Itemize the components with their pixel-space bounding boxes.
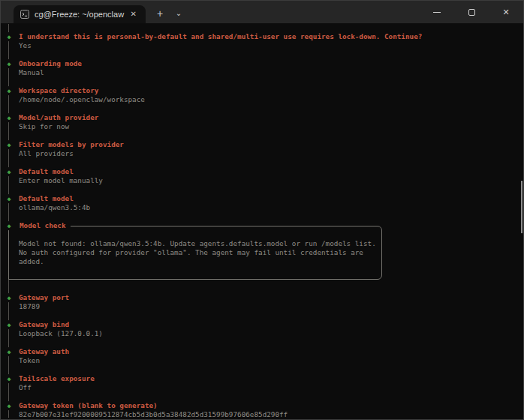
rail-spacer — [19, 77, 523, 86]
step-heading: ◆I understand this is personal-by-defaul… — [19, 32, 523, 41]
step-diamond-icon: ◆ — [5, 293, 14, 302]
rail-spacer — [19, 212, 523, 221]
step-heading: ◆Tailscale exposure — [19, 374, 523, 383]
minimize-icon — [433, 12, 441, 13]
model-check-note: ◆ Model check Model not found: ollama/qw… — [19, 221, 523, 284]
step-value: Off — [19, 383, 523, 392]
step-heading: ◆Default model — [19, 167, 523, 176]
step-label: Model/auth provider — [19, 113, 98, 122]
step-heading: ◆Workspace directory — [19, 86, 523, 95]
step-heading: ◆Filter models by provider — [19, 140, 523, 149]
note-label: Model check — [8, 221, 71, 230]
close-icon: ✕ — [502, 8, 509, 16]
wizard-step: ◆Gateway bind Loopback (127.0.0.1) — [19, 311, 523, 338]
rail-spacer — [19, 338, 523, 347]
rail-spacer — [19, 23, 523, 32]
step-heading: ◆Model/auth provider — [19, 113, 523, 122]
rail-spacer — [19, 284, 523, 293]
rail-spacer — [19, 311, 523, 320]
step-label: Gateway bind — [19, 320, 69, 328]
step-diamond-icon: ◆ — [5, 194, 14, 203]
step-heading: ◆Gateway auth — [19, 347, 523, 356]
close-button[interactable]: ✕ — [489, 1, 523, 23]
wizard-step: ◆Gateway port 18789 — [19, 284, 523, 311]
step-label: Workspace directory — [19, 86, 98, 94]
terminal-window: cg@Freeze: ~/openclaw ✕ + ⌄ ✕ ◆I underst… — [0, 0, 524, 420]
step-diamond-icon: ◆ — [5, 320, 14, 329]
rail-spacer — [19, 185, 523, 194]
step-diamond-icon: ◆ — [5, 86, 14, 95]
terminal-content[interactable]: ◆I understand this is personal-by-defaul… — [1, 23, 523, 420]
maximize-icon — [468, 9, 475, 16]
step-value: Loopback (127.0.0.1) — [19, 329, 523, 338]
step-label: I understand this is personal-by-default… — [19, 32, 422, 40]
step-diamond-icon: ◆ — [5, 59, 14, 68]
step-label: Gateway port — [19, 293, 69, 302]
new-tab-button[interactable]: + — [150, 1, 170, 23]
step-value: Token — [19, 356, 523, 365]
rail-spacer — [19, 104, 523, 113]
step-label: Default model — [19, 194, 74, 202]
tab-title: cg@Freeze: ~/openclaw — [35, 10, 128, 19]
step-diamond-icon: ◆ — [5, 374, 14, 383]
wizard-step: ◆Gateway token (blank to generate) 82e7b… — [19, 392, 523, 419]
wizard-step: ◆Model/auth provider Skip for now — [19, 104, 523, 131]
step-value: /home/node/.openclaw/workspace — [19, 95, 523, 104]
wizard-step: ◆Default model Enter model manually — [19, 158, 523, 185]
wizard-step: ◆Onboarding mode Manual — [19, 50, 523, 77]
rail-spacer — [19, 392, 523, 401]
step-label: Filter models by provider — [19, 140, 124, 148]
step-value: All providers — [19, 149, 523, 158]
terminal-tab[interactable]: cg@Freeze: ~/openclaw ✕ — [14, 5, 146, 23]
step-value: ollama/qwen3.5:4b — [19, 203, 523, 212]
step-diamond-icon: ◆ — [5, 140, 14, 149]
rail-spacer — [19, 365, 523, 374]
step-value: Manual — [19, 68, 523, 77]
wizard-step: ◆Tailscale exposure Off — [19, 365, 523, 392]
step-heading: ◆Gateway token (blank to generate) — [19, 401, 523, 410]
minimize-button[interactable] — [420, 1, 454, 23]
step-value: 82e7b007e31ef9200009512874cb5d3b0d5a3848… — [19, 410, 523, 419]
step-heading: ◆Onboarding mode — [19, 59, 523, 68]
wizard-step: ◆Gateway auth Token — [19, 338, 523, 365]
titlebar: cg@Freeze: ~/openclaw ✕ + ⌄ ✕ — [1, 1, 523, 23]
scrollbar-thumb[interactable] — [521, 181, 522, 233]
step-value: Yes — [19, 41, 523, 50]
note-border — [8, 226, 382, 280]
step-value: Skip for now — [19, 122, 523, 131]
wizard-step: ◆Workspace directory /home/node/.opencla… — [19, 77, 523, 104]
step-value: Enter model manually — [19, 176, 523, 185]
step-label: Gateway token (blank to generate) — [19, 401, 158, 410]
step-label: Gateway auth — [19, 347, 69, 356]
tab-close-icon[interactable]: ✕ — [128, 9, 140, 20]
step-diamond-icon: ◆ — [5, 221, 14, 230]
wizard-step: ◆Filter models by provider All providers — [19, 131, 523, 158]
step-label: Default model — [19, 167, 74, 176]
step-diamond-icon: ◆ — [5, 347, 14, 356]
rail-spacer — [19, 50, 523, 59]
terminal-icon — [20, 10, 29, 19]
rail-spacer — [19, 158, 523, 167]
titlebar-drag-area — [188, 1, 420, 23]
step-diamond-icon: ◆ — [5, 167, 14, 176]
step-label: Onboarding mode — [19, 59, 82, 68]
step-heading: ◆Gateway port — [19, 293, 523, 302]
step-diamond-icon: ◆ — [5, 113, 14, 122]
wizard-step: ◆Default model ollama/qwen3.5:4b — [19, 185, 523, 212]
step-heading: ◆Gateway bind — [19, 320, 523, 329]
rail-spacer — [19, 131, 523, 140]
maximize-button[interactable] — [454, 1, 489, 23]
step-label: Tailscale exposure — [19, 374, 95, 382]
step-diamond-icon: ◆ — [5, 401, 14, 410]
step-diamond-icon: ◆ — [5, 32, 14, 41]
wizard-step: ◆I understand this is personal-by-defaul… — [19, 23, 523, 50]
step-heading: ◆Default model — [19, 194, 523, 203]
tab-dropdown-icon[interactable]: ⌄ — [170, 1, 188, 23]
step-value: 18789 — [19, 302, 523, 311]
